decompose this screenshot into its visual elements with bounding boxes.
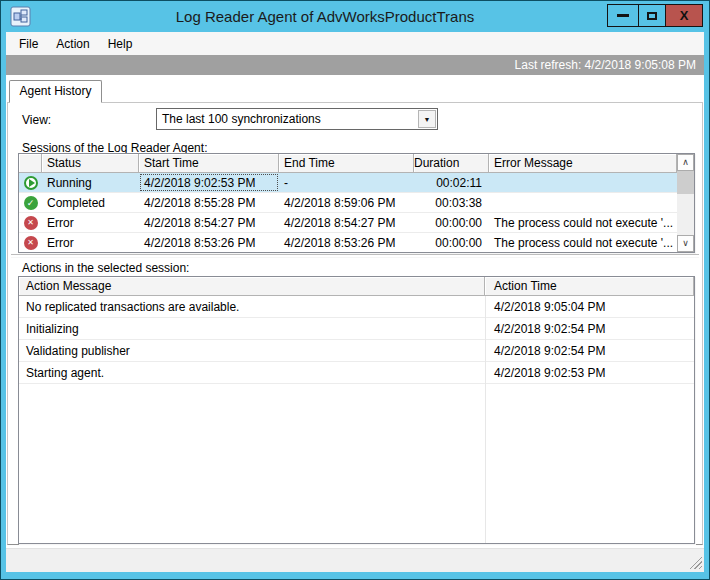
scrollbar-thumb[interactable]	[677, 171, 694, 194]
scroll-up-icon: ∧	[682, 158, 689, 167]
completed-icon: ✓	[24, 196, 38, 210]
scroll-up-button[interactable]: ∧	[677, 154, 694, 171]
view-label: View:	[22, 113, 51, 127]
action-message: Starting agent.	[19, 362, 485, 383]
session-end-time: 4/2/2018 8:59:06 PM	[279, 193, 414, 212]
log-reader-agent-window: Log Reader Agent of AdvWorksProductTrans…	[0, 0, 710, 580]
agent-history-page: View: The last 100 synchronizations ▼ Se…	[7, 102, 703, 545]
session-row-error-2[interactable]: ✕ Error 4/2/2018 8:53:26 PM 4/2/2018 8:5…	[19, 233, 677, 252]
window-controls: X	[608, 4, 703, 27]
panel-bottom-highlight	[7, 545, 703, 546]
actions-listview: Action Message Action Time No replicated…	[18, 276, 695, 544]
status-strip	[6, 548, 704, 572]
session-duration: 00:02:11	[414, 173, 489, 192]
session-error: The process could not execute '...	[489, 233, 677, 252]
actions-header: Action Message Action Time	[19, 277, 694, 296]
action-message: No replicated transactions are available…	[19, 296, 485, 317]
session-status: Running	[42, 173, 139, 192]
action-time: 4/2/2018 9:02:54 PM	[485, 318, 694, 339]
session-status: Error	[42, 213, 139, 232]
action-row[interactable]: Initializing 4/2/2018 9:02:54 PM	[19, 318, 694, 340]
replication-monitor-app-icon[interactable]	[10, 6, 31, 27]
sessions-header: Status Start Time End Time Duration Erro…	[19, 154, 677, 173]
column-header-action-message[interactable]: Action Message	[19, 277, 485, 296]
column-header-status[interactable]: Status	[42, 154, 139, 173]
session-row-completed[interactable]: ✓ Completed 4/2/2018 8:55:28 PM 4/2/2018…	[19, 193, 677, 213]
resize-grip-icon[interactable]	[688, 555, 702, 569]
action-time: 4/2/2018 9:02:54 PM	[485, 340, 694, 361]
session-start-time: 4/2/2018 8:55:28 PM	[139, 193, 279, 212]
last-refresh-bar: Last refresh: 4/2/2018 9:05:08 PM	[6, 55, 704, 75]
column-header-icon[interactable]	[19, 154, 42, 173]
window-title: Log Reader Agent of AdvWorksProductTrans	[61, 1, 589, 32]
session-status: Error	[42, 233, 139, 252]
session-row-error-1[interactable]: ✕ Error 4/2/2018 8:54:27 PM 4/2/2018 8:5…	[19, 213, 677, 233]
menu-file[interactable]: File	[10, 34, 47, 54]
session-start-time: 4/2/2018 8:53:26 PM	[139, 233, 279, 252]
sessions-scrollbar[interactable]: ∧ ∨	[677, 154, 694, 252]
scroll-down-icon: ∨	[682, 239, 689, 248]
action-row[interactable]: Validating publisher 4/2/2018 9:02:54 PM	[19, 340, 694, 362]
section-separator	[11, 254, 699, 258]
session-end-time: 4/2/2018 8:53:26 PM	[279, 233, 414, 252]
session-duration: 00:00:00	[414, 233, 489, 252]
titlebar[interactable]: Log Reader Agent of AdvWorksProductTrans…	[1, 1, 709, 32]
session-end-time: 4/2/2018 8:54:27 PM	[279, 213, 414, 232]
column-header-action-time[interactable]: Action Time	[485, 277, 694, 296]
column-header-start-time[interactable]: Start Time	[139, 154, 279, 173]
session-start-time: 4/2/2018 9:02:53 PM	[139, 173, 279, 192]
error-icon: ✕	[24, 216, 38, 230]
action-message: Validating publisher	[19, 340, 485, 361]
session-error: The process could not execute '...	[489, 213, 677, 232]
action-row[interactable]: Starting agent. 4/2/2018 9:02:53 PM	[19, 362, 694, 384]
maximize-button[interactable]	[638, 4, 666, 27]
error-icon: ✕	[24, 236, 38, 250]
action-row[interactable]: No replicated transactions are available…	[19, 296, 694, 318]
running-icon	[24, 176, 38, 190]
session-start-time: 4/2/2018 8:54:27 PM	[139, 213, 279, 232]
close-button[interactable]: X	[665, 4, 703, 27]
chevron-down-icon: ▼	[424, 116, 431, 123]
session-error	[489, 173, 677, 192]
menubar: File Action Help	[6, 32, 704, 55]
session-end-time: -	[279, 173, 414, 192]
scroll-down-button[interactable]: ∨	[677, 235, 694, 252]
last-refresh-text: Last refresh: 4/2/2018 9:05:08 PM	[515, 58, 696, 72]
actions-caption: Actions in the selected session:	[22, 261, 189, 275]
session-status: Completed	[42, 193, 139, 212]
action-time: 4/2/2018 9:02:53 PM	[485, 362, 694, 383]
minimize-button[interactable]	[607, 4, 639, 27]
client-area: File Action Help Last refresh: 4/2/2018 …	[6, 32, 704, 572]
session-duration: 00:03:38	[414, 193, 489, 212]
view-combobox-value: The last 100 synchronizations	[157, 112, 417, 126]
view-combobox[interactable]: The last 100 synchronizations ▼	[156, 108, 438, 130]
sessions-listview: Status Start Time End Time Duration Erro…	[18, 153, 695, 253]
column-header-error-message[interactable]: Error Message	[489, 154, 677, 173]
combobox-dropdown-button[interactable]: ▼	[418, 110, 436, 128]
menu-action[interactable]: Action	[47, 34, 98, 54]
column-gridline	[485, 296, 486, 543]
session-row-running[interactable]: Running 4/2/2018 9:02:53 PM - 00:02:11	[19, 173, 677, 193]
column-header-end-time[interactable]: End Time	[279, 154, 414, 173]
action-message: Initializing	[19, 318, 485, 339]
session-duration: 00:00:00	[414, 213, 489, 232]
column-header-duration[interactable]: Duration	[414, 154, 489, 173]
menu-help[interactable]: Help	[99, 34, 142, 54]
tab-agent-history[interactable]: Agent History	[9, 80, 102, 103]
close-icon: X	[680, 8, 689, 23]
maximize-icon	[647, 12, 657, 20]
session-error	[489, 193, 677, 212]
action-time: 4/2/2018 9:05:04 PM	[485, 296, 694, 317]
minimize-icon	[617, 14, 629, 17]
